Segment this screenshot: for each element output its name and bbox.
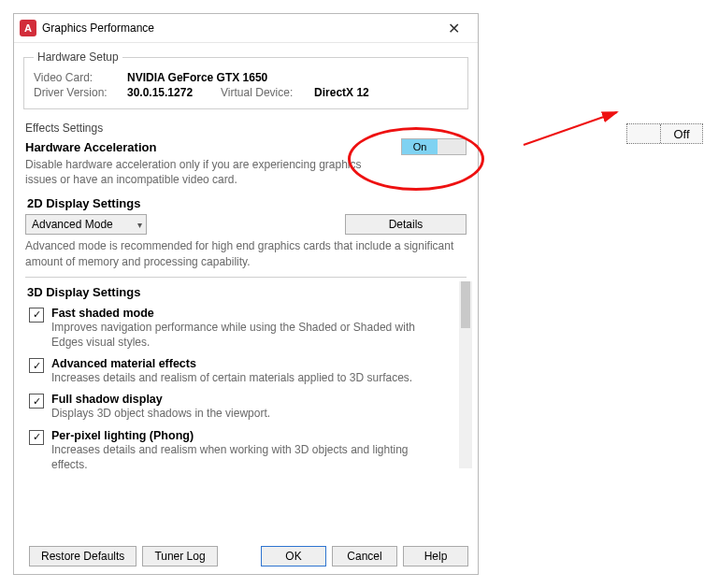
hardware-acceleration-desc: Disable hardware acceleration only if yo… xyxy=(25,157,362,187)
driver-version-label: Driver Version: xyxy=(34,86,127,99)
window-title: Graphics Performance xyxy=(42,22,435,35)
advanced-material-effects-checkbox[interactable] xyxy=(29,358,44,373)
full-shadow-display-item: Full shadow display Displays 3D object s… xyxy=(29,393,467,421)
virtual-device-label: Virtual Device: xyxy=(221,86,314,99)
help-button[interactable]: Help xyxy=(403,546,468,566)
effects-settings-legend: Effects Settings xyxy=(25,122,467,135)
hardware-acceleration-toggle-off-example: Off xyxy=(626,123,703,144)
hardware-setup-group: Hardware Setup Video Card: NVIDIA GeForc… xyxy=(23,50,468,109)
per-pixel-lighting-item: Per-pixel lighting (Phong) Increases det… xyxy=(29,429,467,472)
titlebar: A Graphics Performance ✕ xyxy=(14,14,478,43)
fast-shaded-mode-desc: Improves navigation performance while us… xyxy=(51,320,425,350)
effects-settings-group: Effects Settings Hardware Acceleration O… xyxy=(23,117,468,472)
video-card-label: Video Card: xyxy=(34,71,127,84)
per-pixel-lighting-title: Per-pixel lighting (Phong) xyxy=(51,429,425,442)
per-pixel-lighting-desc: Increases details and realism when worki… xyxy=(51,442,425,472)
fast-shaded-mode-item: Fast shaded mode Improves navigation per… xyxy=(29,307,467,350)
full-shadow-display-checkbox[interactable] xyxy=(29,394,44,409)
svg-line-0 xyxy=(524,112,617,145)
advanced-material-effects-title: Advanced material effects xyxy=(51,357,412,370)
dialog-footer: Restore Defaults Tuner Log OK Cancel Hel… xyxy=(23,546,468,566)
graphics-performance-dialog: A Graphics Performance ✕ Hardware Setup … xyxy=(13,13,479,575)
hardware-acceleration-title: Hardware Acceleration xyxy=(25,140,156,154)
display-2d-mode-value: Advanced Mode xyxy=(32,218,113,231)
display-3d-panel: 3D Display Settings Fast shaded mode Imp… xyxy=(25,277,467,472)
display-2d-mode-combo[interactable]: Advanced Mode ▾ xyxy=(25,214,147,235)
hardware-acceleration-toggle[interactable]: On xyxy=(401,138,467,155)
tuner-log-button[interactable]: Tuner Log xyxy=(142,546,217,566)
driver-version-value: 30.0.15.1272 xyxy=(127,86,193,99)
hardware-setup-legend: Hardware Setup xyxy=(34,50,122,64)
display-2d-title: 2D Display Settings xyxy=(27,196,467,210)
display-2d-desc: Advanced mode is recommended for high en… xyxy=(25,238,467,268)
scrollbar[interactable] xyxy=(459,281,472,468)
advanced-material-effects-desc: Increases details and realism of certain… xyxy=(51,370,412,385)
video-card-value: NVIDIA GeForce GTX 1650 xyxy=(127,71,267,84)
fast-shaded-mode-title: Fast shaded mode xyxy=(51,307,425,320)
details-button[interactable]: Details xyxy=(345,214,467,235)
app-icon: A xyxy=(20,20,36,36)
scrollbar-thumb[interactable] xyxy=(461,281,470,328)
close-icon[interactable]: ✕ xyxy=(435,15,472,41)
cancel-button[interactable]: Cancel xyxy=(332,546,397,566)
toggle-off-label: Off xyxy=(661,124,702,143)
advanced-material-effects-item: Advanced material effects Increases deta… xyxy=(29,357,467,385)
toggle-off-blank xyxy=(627,124,661,143)
fast-shaded-mode-checkbox[interactable] xyxy=(29,308,44,323)
chevron-down-icon: ▾ xyxy=(137,220,142,230)
full-shadow-display-desc: Displays 3D object shadows in the viewpo… xyxy=(51,406,270,421)
toggle-off-side xyxy=(438,139,466,154)
ok-button[interactable]: OK xyxy=(261,546,326,566)
restore-defaults-button[interactable]: Restore Defaults xyxy=(29,546,136,566)
full-shadow-display-title: Full shadow display xyxy=(51,393,270,406)
virtual-device-value: DirectX 12 xyxy=(314,86,369,99)
per-pixel-lighting-checkbox[interactable] xyxy=(29,430,44,445)
display-3d-title: 3D Display Settings xyxy=(27,285,467,299)
toggle-on-label: On xyxy=(402,139,438,154)
